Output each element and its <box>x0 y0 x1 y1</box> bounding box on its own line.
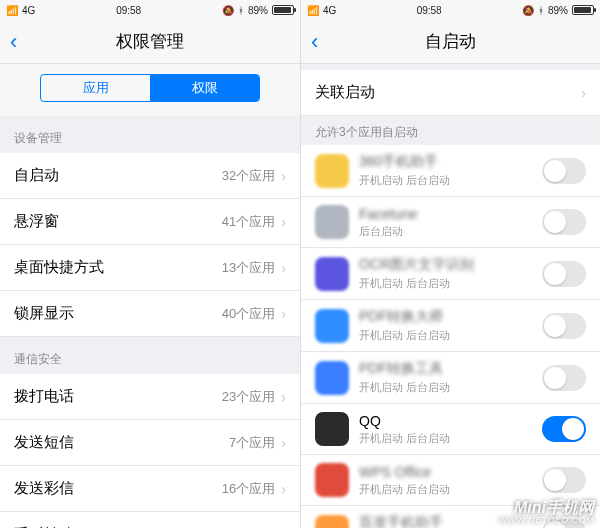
permission-label: 拨打电话 <box>14 387 74 406</box>
app-name: WPS Office <box>359 464 542 480</box>
autostart-toggle[interactable] <box>542 158 586 184</box>
app-icon <box>315 257 349 291</box>
nav-bar: ‹ 自启动 <box>301 20 600 64</box>
segmented-control: 应用 权限 <box>40 74 260 102</box>
app-info: PDF转换工具开机启动 后台启动 <box>359 360 542 395</box>
app-icon <box>315 361 349 395</box>
app-subtitle: 开机启动 后台启动 <box>359 276 542 291</box>
status-time: 09:58 <box>417 5 442 16</box>
app-subtitle: 开机启动 后台启动 <box>359 431 542 446</box>
related-autostart-cell[interactable]: 关联启动 › <box>301 70 600 116</box>
permission-cell[interactable]: 发送短信7个应用› <box>0 420 300 466</box>
app-name: 360手机助手 <box>359 153 542 171</box>
app-subtitle: 开机启动 后台启动 <box>359 173 542 188</box>
chevron-right-icon: › <box>281 260 286 276</box>
tab-permissions[interactable]: 权限 <box>150 75 259 101</box>
chevron-right-icon: › <box>281 214 286 230</box>
autostart-toggle[interactable] <box>542 209 586 235</box>
permissions-list: 设备管理自启动32个应用›悬浮窗41个应用›桌面快捷方式13个应用›锁屏显示40… <box>0 116 300 528</box>
permission-label: 发送短信 <box>14 433 74 452</box>
app-row: OCR图片文字识别开机启动 后台启动 <box>301 248 600 300</box>
watermark: Mini手机网 WWW.NETOED.COM <box>499 499 595 526</box>
battery-pct: 89% <box>248 5 268 16</box>
tab-apps[interactable]: 应用 <box>41 75 150 101</box>
section-header: 设备管理 <box>0 116 300 153</box>
app-icon <box>315 412 349 446</box>
segmented-control-wrap: 应用 权限 <box>0 64 300 116</box>
signal-icon: 📶 <box>6 5 18 16</box>
permission-count: 7个应用 <box>229 434 275 452</box>
network-label: 4G <box>22 5 35 16</box>
app-subtitle: 开机启动 后台启动 <box>359 328 542 343</box>
bt-icon: ᚼ <box>538 5 544 16</box>
app-name: QQ <box>359 413 542 429</box>
app-row: PDF转换大师开机启动 后台启动 <box>301 300 600 352</box>
section-header: 通信安全 <box>0 337 300 374</box>
app-info: OCR图片文字识别开机启动 后台启动 <box>359 256 542 291</box>
chevron-right-icon: › <box>281 435 286 451</box>
permission-cell[interactable]: 悬浮窗41个应用› <box>0 199 300 245</box>
permission-label: 锁屏显示 <box>14 304 74 323</box>
permission-cell[interactable]: 呼叫转移23个应用› <box>0 512 300 528</box>
signal-icon: 📶 <box>307 5 319 16</box>
permission-cell[interactable]: 自启动32个应用› <box>0 153 300 199</box>
permission-cell[interactable]: 发送彩信16个应用› <box>0 466 300 512</box>
app-row: Facetune后台启动 <box>301 197 600 248</box>
autostart-toggle[interactable] <box>542 261 586 287</box>
page-title: 自启动 <box>425 30 476 53</box>
app-subtitle: 后台启动 <box>359 224 542 239</box>
autostart-toggle[interactable] <box>542 313 586 339</box>
permission-count: 32个应用 <box>222 167 275 185</box>
app-name: PDF转换大师 <box>359 308 542 326</box>
dnd-icon: 🔕 <box>522 5 534 16</box>
app-name: Facetune <box>359 206 542 222</box>
autostart-toggle[interactable] <box>542 365 586 391</box>
app-row: QQ开机启动 后台启动 <box>301 404 600 455</box>
page-title: 权限管理 <box>116 30 184 53</box>
autostart-toggle[interactable] <box>542 416 586 442</box>
permission-label: 桌面快捷方式 <box>14 258 104 277</box>
permission-cell[interactable]: 拨打电话23个应用› <box>0 374 300 420</box>
app-info: QQ开机启动 后台启动 <box>359 413 542 446</box>
bt-icon: ᚼ <box>238 5 244 16</box>
app-name: OCR图片文字识别 <box>359 256 542 274</box>
app-list: 360手机助手开机启动 后台启动Facetune后台启动OCR图片文字识别开机启… <box>301 145 600 528</box>
screen-autostart: 📶 4G 09:58 🔕 ᚼ 89% ‹ 自启动 关联启动 › 允许3个应用自启… <box>300 0 600 528</box>
watermark-main: Mini手机网 <box>514 499 594 516</box>
status-bar: 📶 4G 09:58 🔕 ᚼ 89% <box>301 0 600 20</box>
watermark-sub: WWW.NETOED.COM <box>499 516 595 526</box>
app-icon <box>315 463 349 497</box>
back-button[interactable]: ‹ <box>10 29 17 55</box>
permission-count: 23个应用 <box>222 388 275 406</box>
permission-count: 41个应用 <box>222 213 275 231</box>
network-label: 4G <box>323 5 336 16</box>
app-info: WPS Office开机启动 后台启动 <box>359 464 542 497</box>
allow-count-note: 允许3个应用自启动 <box>301 116 600 145</box>
chevron-right-icon: › <box>281 389 286 405</box>
permission-cell[interactable]: 桌面快捷方式13个应用› <box>0 245 300 291</box>
back-button[interactable]: ‹ <box>311 29 318 55</box>
app-row: PDF转换工具开机启动 后台启动 <box>301 352 600 404</box>
permission-label: 发送彩信 <box>14 479 74 498</box>
chevron-right-icon: › <box>281 481 286 497</box>
app-icon <box>315 309 349 343</box>
screen-permissions: 📶 4G 09:58 🔕 ᚼ 89% ‹ 权限管理 应用 权限 设备管理自启动3… <box>0 0 300 528</box>
permission-cell[interactable]: 锁屏显示40个应用› <box>0 291 300 337</box>
battery-icon <box>272 5 294 15</box>
app-row: 360手机助手开机启动 后台启动 <box>301 145 600 197</box>
permission-label: 悬浮窗 <box>14 212 59 231</box>
permission-count: 40个应用 <box>222 305 275 323</box>
chevron-right-icon: › <box>581 85 586 101</box>
app-info: PDF转换大师开机启动 后台启动 <box>359 308 542 343</box>
chevron-right-icon: › <box>281 168 286 184</box>
nav-bar: ‹ 权限管理 <box>0 20 300 64</box>
permission-count: 16个应用 <box>222 480 275 498</box>
status-bar: 📶 4G 09:58 🔕 ᚼ 89% <box>0 0 300 20</box>
permission-label: 自启动 <box>14 166 59 185</box>
dnd-icon: 🔕 <box>222 5 234 16</box>
status-time: 09:58 <box>116 5 141 16</box>
app-subtitle: 开机启动 后台启动 <box>359 380 542 395</box>
app-icon <box>315 205 349 239</box>
autostart-toggle[interactable] <box>542 467 586 493</box>
permission-count: 13个应用 <box>222 259 275 277</box>
